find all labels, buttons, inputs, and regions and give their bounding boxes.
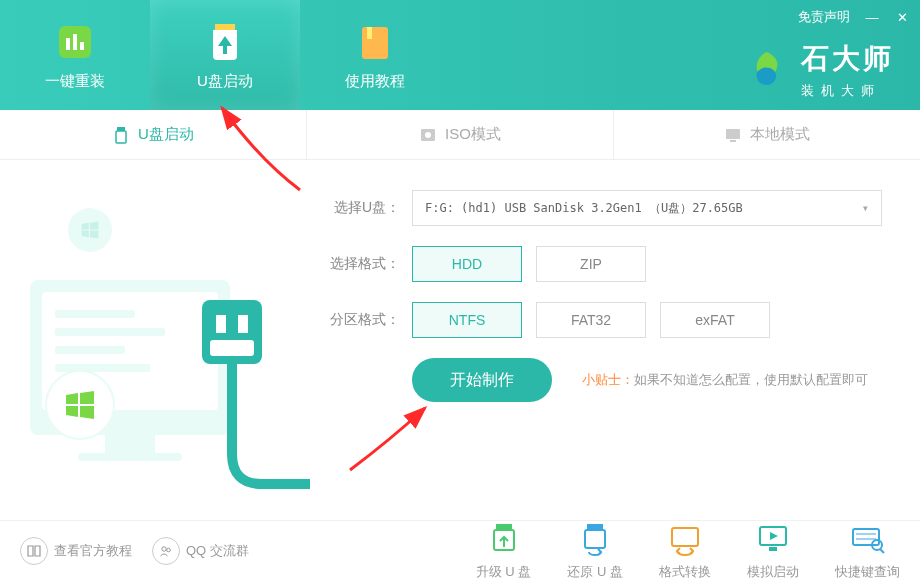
partition-options: NTFS FAT32 exFAT: [412, 302, 770, 338]
svg-rect-3: [80, 42, 84, 50]
brand: 石大师 装机大师: [745, 40, 894, 100]
svg-rect-17: [55, 328, 165, 336]
svg-rect-19: [55, 364, 150, 372]
svg-rect-10: [726, 129, 740, 139]
svg-point-26: [162, 546, 166, 550]
usb-illustration-icon: [0, 160, 310, 520]
usb-boot-icon: [203, 20, 247, 64]
tool-label: 还原 U 盘: [567, 563, 623, 581]
tip-prefix: 小贴士：: [582, 372, 634, 387]
svg-rect-32: [672, 528, 698, 546]
subtab-local[interactable]: 本地模式: [614, 110, 920, 159]
tool-label: 模拟启动: [747, 563, 799, 581]
svg-rect-23: [216, 315, 226, 333]
subtab-label: U盘启动: [138, 125, 194, 144]
svg-rect-11: [730, 140, 736, 142]
partition-fat32[interactable]: FAT32: [536, 302, 646, 338]
row-partition: 分区格式： NTFS FAT32 exFAT: [320, 302, 890, 338]
tool-hotkey-lookup[interactable]: 快捷键查询: [835, 521, 900, 581]
partition-label: 分区格式：: [320, 311, 400, 329]
svg-rect-31: [585, 530, 605, 548]
footer-tools: 升级 U 盘 还原 U 盘 格式转换 模拟启动 快捷键查询: [476, 521, 900, 581]
udisk-value: F:G: (hd1) USB SanDisk 3.2Gen1 （U盘）27.65…: [425, 200, 743, 217]
window-controls: 免责声明 — ✕: [798, 8, 910, 26]
subtabs: U盘启动 ISO模式 本地模式: [0, 110, 920, 160]
row-format: 选择格式： HDD ZIP: [320, 246, 890, 282]
tip-text: 如果不知道怎么配置，使用默认配置即可: [634, 372, 868, 387]
subtab-label: ISO模式: [445, 125, 501, 144]
svg-rect-1: [66, 38, 70, 50]
format-hdd[interactable]: HDD: [412, 246, 522, 282]
brand-title: 石大师: [801, 40, 894, 78]
link-label: QQ 交流群: [186, 542, 249, 560]
partition-ntfs[interactable]: NTFS: [412, 302, 522, 338]
svg-rect-2: [73, 34, 77, 50]
svg-rect-5: [367, 27, 372, 39]
nav-label: U盘启动: [197, 72, 253, 91]
qq-group-link[interactable]: QQ 交流群: [152, 537, 249, 565]
iso-icon: [419, 126, 437, 144]
format-zip[interactable]: ZIP: [536, 246, 646, 282]
nav-tutorial[interactable]: 使用教程: [300, 0, 450, 110]
subtab-usb[interactable]: U盘启动: [0, 110, 307, 159]
tutorial-icon: [353, 20, 397, 64]
start-button[interactable]: 开始制作: [412, 358, 552, 402]
footer-left: 查看官方教程 QQ 交流群: [20, 537, 249, 565]
upgrade-usb-icon: [486, 521, 522, 557]
svg-rect-16: [55, 310, 135, 318]
format-convert-icon: [667, 521, 703, 557]
svg-rect-35: [853, 529, 879, 545]
nav-usb-boot[interactable]: U盘启动: [150, 0, 300, 110]
tool-restore-usb[interactable]: 还原 U 盘: [567, 521, 623, 581]
svg-point-20: [46, 371, 114, 439]
udisk-label: 选择U盘：: [320, 199, 400, 217]
svg-rect-34: [769, 547, 777, 551]
svg-line-39: [880, 549, 884, 553]
official-tutorial-link[interactable]: 查看官方教程: [20, 537, 132, 565]
subtab-label: 本地模式: [750, 125, 810, 144]
tool-upgrade-usb[interactable]: 升级 U 盘: [476, 521, 532, 581]
hotkey-lookup-icon: [850, 521, 886, 557]
tool-label: 升级 U 盘: [476, 563, 532, 581]
footer: 查看官方教程 QQ 交流群 升级 U 盘 还原 U 盘 格式转换 模拟启动 快捷…: [0, 520, 920, 580]
subtab-iso[interactable]: ISO模式: [307, 110, 614, 159]
svg-rect-4: [362, 27, 388, 59]
format-options: HDD ZIP: [412, 246, 646, 282]
book-icon: [20, 537, 48, 565]
disclaimer-link[interactable]: 免责声明: [798, 8, 850, 26]
nav-label: 使用教程: [345, 72, 405, 91]
people-icon: [152, 537, 180, 565]
svg-rect-14: [105, 435, 155, 453]
row-udisk: 选择U盘： F:G: (hd1) USB SanDisk 3.2Gen1 （U盘…: [320, 190, 890, 226]
chevron-down-icon: ▾: [862, 201, 869, 215]
minimize-button[interactable]: —: [864, 10, 880, 25]
partition-exfat[interactable]: exFAT: [660, 302, 770, 338]
content: 选择U盘： F:G: (hd1) USB SanDisk 3.2Gen1 （U盘…: [0, 160, 920, 520]
nav-label: 一键重装: [45, 72, 105, 91]
tool-label: 快捷键查询: [835, 563, 900, 581]
action-row: 开始制作 小贴士：如果不知道怎么配置，使用默认配置即可: [320, 358, 890, 402]
brand-logo-icon: [745, 48, 789, 92]
tip: 小贴士：如果不知道怎么配置，使用默认配置即可: [582, 371, 868, 389]
monitor-icon: [724, 126, 742, 144]
brand-subtitle: 装机大师: [801, 82, 894, 100]
form: 选择U盘： F:G: (hd1) USB SanDisk 3.2Gen1 （U盘…: [310, 160, 920, 520]
tool-simulate-boot[interactable]: 模拟启动: [747, 521, 799, 581]
svg-rect-24: [238, 315, 248, 333]
header: 一键重装 U盘启动 使用教程 免责声明 — ✕ 石大师 装机大师: [0, 0, 920, 110]
restore-usb-icon: [577, 521, 613, 557]
simulate-boot-icon: [755, 521, 791, 557]
svg-point-9: [425, 132, 431, 138]
link-label: 查看官方教程: [54, 542, 132, 560]
svg-rect-18: [55, 346, 125, 354]
tool-format-convert[interactable]: 格式转换: [659, 521, 711, 581]
reinstall-icon: [53, 20, 97, 64]
illustration: [0, 160, 310, 520]
svg-rect-15: [78, 453, 182, 461]
svg-point-27: [167, 548, 171, 552]
udisk-select[interactable]: F:G: (hd1) USB SanDisk 3.2Gen1 （U盘）27.65…: [412, 190, 882, 226]
svg-rect-25: [210, 340, 254, 356]
close-button[interactable]: ✕: [894, 10, 910, 25]
format-label: 选择格式：: [320, 255, 400, 273]
nav-reinstall[interactable]: 一键重装: [0, 0, 150, 110]
